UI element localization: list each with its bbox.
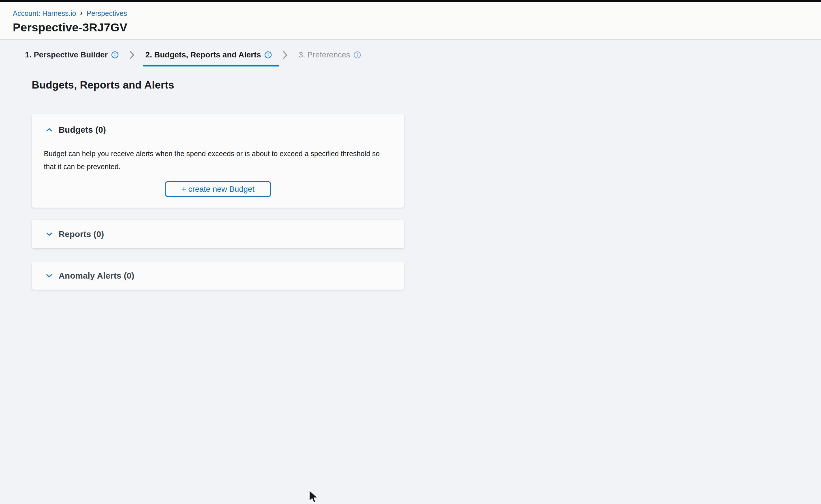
chevron-up-icon[interactable] xyxy=(46,128,52,132)
wizard-step-label: 2. Budgets, Reports and Alerts xyxy=(145,50,261,59)
reports-card-title: Reports (0) xyxy=(59,229,104,239)
anomaly-alerts-card-title: Anomaly Alerts (0) xyxy=(59,271,134,281)
info-circle-icon[interactable] xyxy=(265,51,272,59)
chevron-right-icon xyxy=(283,51,288,59)
wizard-step-bar: 1. Perspective Builder 2. Budgets, Repor… xyxy=(25,40,361,70)
perspective-setup-page: Account: Harness.io › Perspectives Persp… xyxy=(0,0,821,504)
cursor-arrow-icon xyxy=(309,490,318,504)
chevron-down-icon[interactable] xyxy=(46,232,52,236)
breadcrumb-perspectives-link[interactable]: Perspectives xyxy=(87,9,127,18)
reports-accordion-toggle[interactable]: Reports (0) xyxy=(32,220,404,248)
wizard-step-label: 1. Perspective Builder xyxy=(25,50,108,59)
breadcrumb-account-link[interactable]: Account: Harness.io xyxy=(13,9,76,18)
wizard-step-label: 3. Preferences xyxy=(299,50,350,59)
anomaly-alerts-accordion-toggle[interactable]: Anomaly Alerts (0) xyxy=(32,262,404,290)
page-header: Account: Harness.io › Perspectives Persp… xyxy=(0,2,821,40)
budgets-card-title: Budgets (0) xyxy=(59,125,106,135)
budgets-description: Budget can help you receive alerts when … xyxy=(44,147,395,173)
section-heading: Budgets, Reports and Alerts xyxy=(32,79,174,91)
budgets-accordion-toggle[interactable]: Budgets (0) xyxy=(32,114,404,134)
wizard-step-preferences[interactable]: 3. Preferences xyxy=(299,50,361,59)
info-circle-icon[interactable] xyxy=(354,51,361,59)
reports-card: Reports (0) xyxy=(32,220,404,248)
anomaly-alerts-card: Anomaly Alerts (0) xyxy=(32,262,404,290)
wizard-step-budgets-reports-alerts[interactable]: 2. Budgets, Reports and Alerts xyxy=(145,50,272,59)
info-circle-icon[interactable] xyxy=(111,51,119,59)
chevron-down-icon[interactable] xyxy=(46,274,52,278)
create-new-budget-button[interactable]: + create new Budget xyxy=(165,181,271,197)
chevron-right-icon xyxy=(129,51,135,59)
breadcrumb: Account: Harness.io › Perspectives xyxy=(13,9,821,18)
wizard-step-perspective-builder[interactable]: 1. Perspective Builder xyxy=(25,50,119,59)
page-title: Perspective-3RJ7GV xyxy=(13,21,821,34)
budgets-card: Budgets (0) Budget can help you receive … xyxy=(32,114,404,208)
chevron-right-icon: › xyxy=(80,8,83,17)
